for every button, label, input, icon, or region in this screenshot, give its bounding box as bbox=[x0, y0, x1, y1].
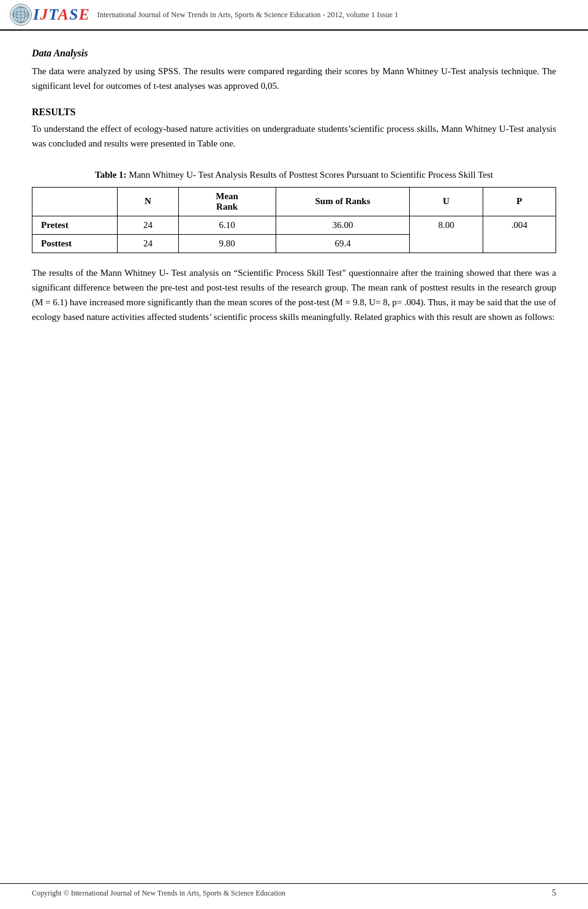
journal-logo: IJTASE bbox=[10, 4, 90, 26]
data-analysis-title: Data Analysis bbox=[32, 48, 556, 59]
row-posttest-p bbox=[483, 234, 556, 253]
page-header: IJTASE International Journal of New Tren… bbox=[0, 0, 588, 31]
row-pretest-p: .004 bbox=[483, 216, 556, 234]
results-analysis-paragraph: The results of the Mann Whitney U- Test … bbox=[32, 265, 556, 324]
row-posttest-sum-of-ranks: 69.4 bbox=[276, 234, 410, 253]
results-title: RESULTS bbox=[32, 107, 556, 118]
table-row: Pretest 24 6.10 36.00 8.00 .004 bbox=[32, 216, 556, 234]
row-posttest-u bbox=[410, 234, 483, 253]
col-header-label bbox=[32, 187, 118, 216]
row-pretest-u: 8.00 bbox=[410, 216, 483, 234]
col-header-mean-rank: MeanRank bbox=[178, 187, 276, 216]
table-caption: Table 1: Mann Whitney U- Test Analysis R… bbox=[32, 168, 556, 182]
results-table: N MeanRank Sum of Ranks U P Pretest 24 6… bbox=[32, 187, 556, 253]
logo-text: IJTASE bbox=[33, 6, 90, 24]
table-caption-bold: Table 1: bbox=[95, 170, 127, 180]
row-pretest-label: Pretest bbox=[32, 216, 118, 234]
col-header-p: P bbox=[483, 187, 556, 216]
page-number: 5 bbox=[552, 888, 556, 898]
row-posttest-n: 24 bbox=[118, 234, 178, 253]
page-footer: Copyright © International Journal of New… bbox=[0, 883, 588, 898]
col-header-u: U bbox=[410, 187, 483, 216]
row-pretest-n: 24 bbox=[118, 216, 178, 234]
row-posttest-label: Posttest bbox=[32, 234, 118, 253]
row-pretest-mean-rank: 6.10 bbox=[178, 216, 276, 234]
row-posttest-mean-rank: 9.80 bbox=[178, 234, 276, 253]
col-header-n: N bbox=[118, 187, 178, 216]
table-row: Posttest 24 9.80 69.4 bbox=[32, 234, 556, 253]
results-intro-paragraph: To understand the effect of ecology-base… bbox=[32, 121, 556, 151]
table-caption-text: Mann Whitney U- Test Analysis Results of… bbox=[127, 170, 493, 180]
data-analysis-paragraph: The data were analyzed by using SPSS. Th… bbox=[32, 64, 556, 93]
footer-copyright: Copyright © International Journal of New… bbox=[32, 889, 285, 898]
table-section: Table 1: Mann Whitney U- Test Analysis R… bbox=[32, 168, 556, 253]
journal-subtitle: International Journal of New Trends in A… bbox=[97, 10, 399, 20]
col-header-sum-of-ranks: Sum of Ranks bbox=[276, 187, 410, 216]
row-pretest-sum-of-ranks: 36.00 bbox=[276, 216, 410, 234]
logo-globe-icon bbox=[10, 4, 32, 26]
table-header-row: N MeanRank Sum of Ranks U P bbox=[32, 187, 556, 216]
main-content: Data Analysis The data were analyzed by … bbox=[0, 31, 588, 367]
